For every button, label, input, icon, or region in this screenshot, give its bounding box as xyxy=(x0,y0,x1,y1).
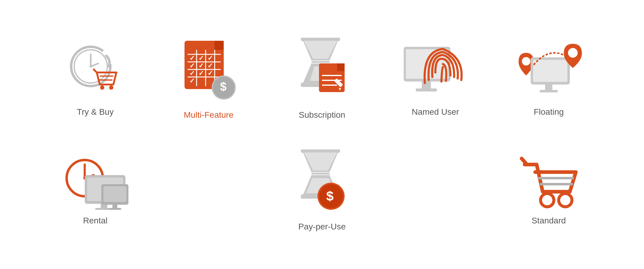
subscription-label: Subscription xyxy=(299,110,345,120)
main-grid: Try & Buy ✓ ✓ ✓ ✓ xyxy=(21,11,623,258)
named-user-label: Named User xyxy=(412,107,459,117)
svg-rect-44 xyxy=(422,82,431,89)
pay-per-use-label: Pay-per-Use xyxy=(298,222,346,232)
svg-rect-49 xyxy=(545,85,552,91)
svg-rect-11 xyxy=(215,41,224,50)
named-user-icon xyxy=(402,41,469,101)
multi-feature-icon: ✓ ✓ ✓ ✓ ✓ ✓ ✓ ✓ ✓ ✓ $ xyxy=(178,38,239,104)
svg-line-3 xyxy=(91,63,98,66)
svg-rect-61 xyxy=(103,186,126,202)
floating-item: Floating xyxy=(492,23,605,135)
svg-point-46 xyxy=(522,57,530,66)
standard-label: Standard xyxy=(532,216,566,226)
rental-item: Rental xyxy=(39,135,152,246)
svg-rect-50 xyxy=(540,90,558,92)
rental-icon xyxy=(62,155,128,210)
svg-point-73 xyxy=(559,194,572,207)
svg-text:✓: ✓ xyxy=(198,54,204,62)
svg-rect-45 xyxy=(416,88,437,91)
multi-feature-label: Multi-Feature xyxy=(184,110,234,120)
svg-rect-32 xyxy=(301,38,340,41)
svg-text:✓: ✓ xyxy=(189,54,195,62)
pay-per-use-item: $ Pay-per-Use xyxy=(265,135,379,246)
svg-point-4 xyxy=(90,65,92,68)
multi-feature-item: ✓ ✓ ✓ ✓ ✓ ✓ ✓ ✓ ✓ ✓ $ Multi-Feature xyxy=(152,23,265,135)
svg-rect-62 xyxy=(112,204,117,209)
try-buy-icon xyxy=(65,41,125,101)
svg-text:✓: ✓ xyxy=(207,69,213,77)
svg-point-9 xyxy=(109,85,113,90)
floating-icon xyxy=(513,41,585,101)
svg-text:✓: ✓ xyxy=(189,62,195,69)
svg-rect-48 xyxy=(533,60,567,82)
svg-text:✓: ✓ xyxy=(198,69,204,77)
svg-point-51 xyxy=(568,48,578,58)
named-user-item: Named User xyxy=(379,23,492,135)
standard-icon xyxy=(519,155,579,210)
svg-point-8 xyxy=(100,85,104,90)
rental-label: Rental xyxy=(83,216,108,226)
subscription-icon xyxy=(292,38,352,104)
svg-text:$: $ xyxy=(220,80,226,93)
try-buy-item: Try & Buy xyxy=(39,23,152,135)
svg-text:$: $ xyxy=(326,189,333,203)
svg-point-72 xyxy=(541,194,554,207)
try-buy-label: Try & Buy xyxy=(77,107,114,117)
svg-text:✓: ✓ xyxy=(189,69,195,77)
floating-label: Floating xyxy=(534,107,564,117)
svg-text:✓: ✓ xyxy=(207,54,213,62)
svg-rect-63 xyxy=(109,208,121,210)
svg-text:✓: ✓ xyxy=(198,62,204,69)
svg-rect-64 xyxy=(301,149,340,153)
pay-per-use-icon: $ xyxy=(292,149,352,216)
standard-item: Standard xyxy=(492,135,605,246)
subscription-item: Subscription xyxy=(265,23,379,135)
svg-text:✓: ✓ xyxy=(189,77,195,85)
svg-rect-36 xyxy=(337,63,345,71)
svg-text:✓: ✓ xyxy=(207,62,213,69)
